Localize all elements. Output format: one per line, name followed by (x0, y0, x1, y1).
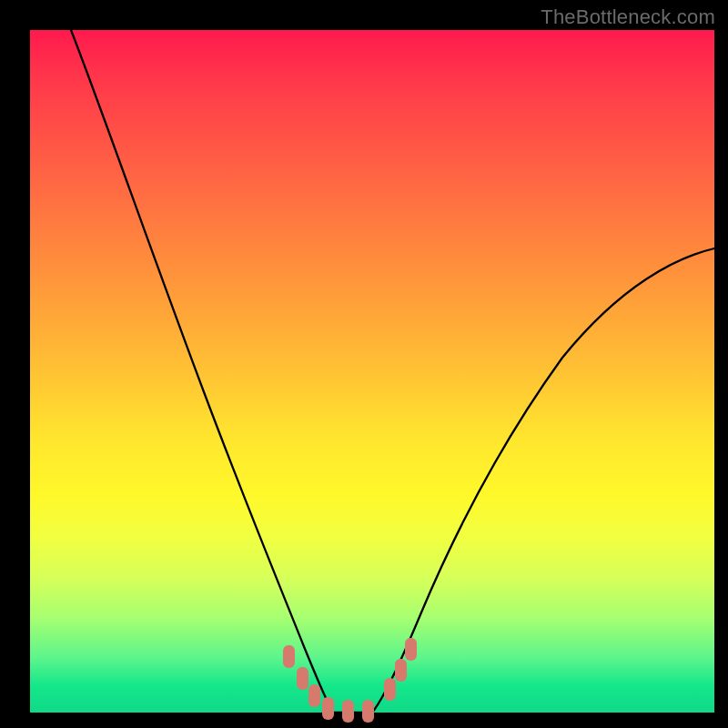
marker-7 (384, 678, 396, 701)
marker-4 (322, 697, 334, 720)
marker-2 (297, 667, 308, 690)
watermark-text: TheBottleneck.com (541, 5, 715, 29)
chart-svg (30, 30, 714, 713)
marker-6 (362, 700, 374, 723)
marker-group (283, 638, 417, 723)
left-curve (71, 30, 333, 713)
marker-5 (342, 700, 354, 723)
curve-group (71, 30, 714, 713)
marker-3 (308, 684, 320, 707)
right-curve (372, 248, 714, 713)
marker-9 (405, 638, 417, 661)
marker-8 (395, 659, 407, 682)
chart-frame: TheBottleneck.com (0, 0, 728, 728)
marker-1 (283, 645, 295, 668)
